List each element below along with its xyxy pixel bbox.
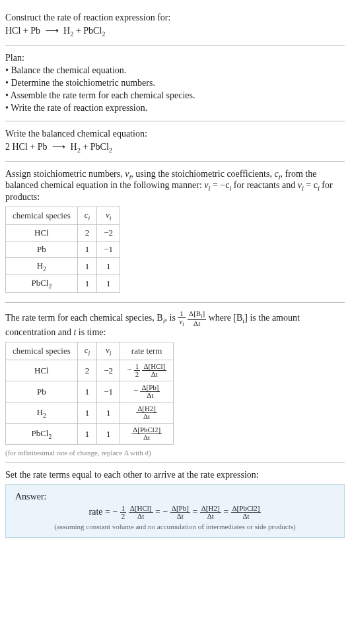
- rate-cell: Δ[H2]Δt: [120, 402, 174, 424]
- frac-num: Δ[Bi]: [188, 310, 206, 320]
- prompt-equation: HCl + Pb ⟶ H2 + PbCl2: [5, 25, 345, 38]
- rate-frac: Δ[Pb]Δt: [140, 384, 160, 399]
- text: PbCl: [31, 428, 48, 438]
- c-cell: 1: [77, 381, 97, 402]
- prompt-section: Construct the rate of reaction expressio…: [5, 5, 345, 46]
- arrow-icon: ⟶: [50, 141, 68, 152]
- species-cell: PbCl2: [6, 424, 78, 445]
- nu-cell: −2: [97, 360, 120, 381]
- term-frac: Δ[HCl]Δt: [129, 505, 153, 520]
- plan-heading: Plan:: [5, 53, 345, 63]
- sub-2: 2: [109, 146, 112, 154]
- rate-cell: − Δ[Pb]Δt: [120, 381, 174, 402]
- prompt-rhs-pbcl: + PbCl: [73, 26, 102, 36]
- rate-frac: Δ[PbCl2]Δt: [131, 426, 162, 441]
- balanced-heading: Write the balanced chemical equation:: [5, 129, 345, 139]
- final-heading: Set the rate terms equal to each other t…: [5, 470, 345, 480]
- table-row: HCl 2 −2 − 12 Δ[HCl]Δt: [6, 360, 174, 381]
- final-section: Set the rate terms equal to each other t…: [5, 463, 345, 543]
- plan-item: • Write the rate of reaction expression.: [5, 103, 345, 113]
- rate-cell: − 12 Δ[HCl]Δt: [120, 360, 174, 381]
- stoich-section: Assign stoichiometric numbers, νi, using…: [5, 162, 345, 303]
- nu-cell: 1: [97, 257, 120, 275]
- plan-item: • Assemble the rate term for each chemic…: [5, 90, 345, 101]
- neg-sign: −: [162, 507, 168, 517]
- species-cell: H2: [6, 402, 78, 424]
- frac-den: Δt: [188, 320, 206, 327]
- equals: =: [155, 507, 162, 517]
- plan-section: Plan: • Balance the chemical equation. •…: [5, 46, 345, 121]
- table-header-row: chemical species ci νi: [6, 207, 120, 225]
- frac-den: Δt: [200, 513, 221, 520]
- c-cell: 1: [77, 424, 97, 445]
- term-frac: Δ[H2]Δt: [200, 505, 221, 520]
- sub-2: 2: [102, 30, 105, 38]
- table-row: PbCl2 1 1 Δ[PbCl2]Δt: [6, 424, 174, 445]
- rate-cell: Δ[PbCl2]Δt: [120, 424, 174, 445]
- nu-cell: −1: [97, 241, 120, 257]
- rate-table: chemical species ci νi rate term HCl 2 −…: [5, 342, 174, 445]
- coef-frac: 12: [134, 363, 141, 378]
- rate-text: The rate term for each chemical species,…: [5, 310, 345, 338]
- sub-2: 2: [43, 411, 46, 418]
- col-c: ci: [77, 207, 97, 225]
- text: The rate term for each chemical species,…: [5, 313, 163, 323]
- neg-sign: −: [133, 385, 138, 395]
- half-frac: 12: [120, 505, 127, 520]
- c-cell: 1: [77, 402, 97, 424]
- nu-cell: 1: [97, 424, 120, 445]
- frac-den: Δt: [170, 513, 190, 520]
- text: for reactants and: [231, 180, 297, 190]
- species-cell: H2: [6, 257, 78, 275]
- t-symbol: t: [198, 319, 200, 327]
- answer-label: Answer:: [15, 492, 335, 502]
- col-species: chemical species: [6, 207, 78, 225]
- table-row: H2 1 1: [6, 257, 120, 275]
- rate-expression: rate = − 12 Δ[HCl]Δt = − Δ[Pb]Δt = Δ[H2]…: [15, 505, 335, 520]
- c-cell: 1: [77, 257, 97, 275]
- prompt-heading: Construct the rate of reaction expressio…: [5, 13, 345, 23]
- rate-frac: Δ[H2]Δt: [136, 405, 157, 420]
- frac-one-over-nu: 1 νi: [178, 310, 185, 327]
- text: H: [37, 407, 43, 417]
- term-frac: Δ[PbCl2]Δt: [231, 505, 262, 520]
- frac-den: Δt: [131, 434, 162, 441]
- balanced-lhs: 2 HCl + Pb: [5, 142, 48, 152]
- text: Assign stoichiometric numbers,: [5, 169, 125, 179]
- c-cell: 1: [77, 241, 97, 257]
- infinitesimal-note: (for infinitesimal rate of change, repla…: [5, 449, 345, 457]
- stoich-table: chemical species ci νi HCl 2 −2 Pb 1 −1 …: [5, 207, 120, 293]
- arrow-icon: ⟶: [43, 25, 61, 36]
- species-cell: HCl: [6, 360, 78, 381]
- sub-2: 2: [48, 282, 52, 290]
- assumption-note: (assuming constant volume and no accumul…: [15, 523, 335, 531]
- table-row: Pb 1 −1 − Δ[Pb]Δt: [6, 381, 174, 402]
- equals: =: [192, 507, 199, 517]
- table-row: PbCl2 1 1: [6, 275, 120, 293]
- frac-den: Δt: [140, 392, 160, 399]
- sub-2: 2: [43, 265, 46, 272]
- table-header-row: chemical species ci νi rate term: [6, 342, 174, 360]
- answer-box: Answer: rate = − 12 Δ[HCl]Δt = − Δ[Pb]Δt…: [5, 484, 345, 538]
- frac-den: Δt: [136, 413, 157, 420]
- neg-sign: −: [112, 507, 118, 517]
- text: is time:: [76, 327, 106, 337]
- text: ]: [202, 309, 205, 317]
- text: H: [37, 261, 43, 271]
- balanced-rhs-pbcl: + PbCl: [81, 142, 109, 152]
- plan-item: • Determine the stoichiometric numbers.: [5, 78, 345, 88]
- text: = −c: [210, 180, 229, 190]
- col-nu: νi: [97, 207, 120, 225]
- c-cell: 2: [77, 360, 97, 381]
- frac-den: Δt: [142, 371, 166, 378]
- balanced-rhs-h: H: [71, 142, 77, 152]
- frac-den: Δt: [231, 513, 262, 520]
- sub-i: i: [110, 214, 112, 222]
- prompt-rhs-h: H: [63, 26, 70, 36]
- sub-2: 2: [48, 432, 52, 439]
- frac-den: νi: [178, 318, 185, 327]
- table-row: HCl 2 −2: [6, 224, 120, 241]
- text: where [B: [209, 313, 243, 323]
- equals: =: [223, 507, 230, 517]
- sub-i: i: [88, 350, 90, 357]
